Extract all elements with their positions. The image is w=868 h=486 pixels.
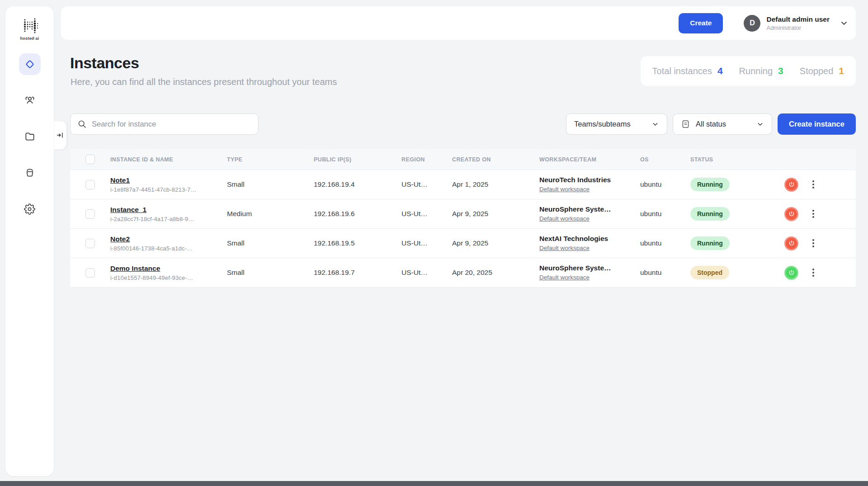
teams-users-icon xyxy=(24,94,36,106)
teams-filter-dropdown[interactable]: Teams/subteams xyxy=(566,113,667,135)
sidebar: hosted·ai xyxy=(5,6,54,476)
select-all-checkbox[interactable] xyxy=(85,155,95,164)
workspace-link[interactable]: Default workspace xyxy=(539,274,590,281)
row-actions-menu-button[interactable] xyxy=(810,207,817,221)
status-filter-label: All status xyxy=(696,120,726,128)
instance-name-link[interactable]: Demo Instance xyxy=(110,264,160,273)
instance-name-link[interactable]: Note2 xyxy=(110,235,130,243)
power-toggle-button[interactable] xyxy=(784,207,798,221)
row-checkbox[interactable] xyxy=(85,209,95,219)
instance-created: Apr 9, 2025 xyxy=(452,210,539,218)
instances-diamond-icon xyxy=(24,58,36,70)
table-row: Demo Instance i-d10e1557-8949-49ef-93ce-… xyxy=(70,258,856,288)
table-row: Instance_1 i-2a28cc7f-18cf-4a17-a8b8-9… … xyxy=(70,199,856,229)
teams-filter-label: Teams/subteams xyxy=(574,120,631,128)
brand-name: hosted·ai xyxy=(20,36,39,41)
stat-running-value: 3 xyxy=(778,66,783,76)
instance-ip: 192.168.19.5 xyxy=(314,239,401,247)
instance-id: i-85f00146-1738-4ca5-a1dc-… xyxy=(110,245,227,252)
row-checkbox[interactable] xyxy=(85,239,95,248)
table-row: Note1 i-1e8f87a7-4451-47cb-8213-7… Small… xyxy=(70,170,856,199)
user-name: Default admin user xyxy=(766,15,830,24)
instance-os: ubuntu xyxy=(640,269,690,277)
instance-region: US-Ut… xyxy=(401,180,452,189)
instance-id: i-2a28cc7f-18cf-4a17-a8b8-9… xyxy=(110,216,227,222)
toolbar-filters: Teams/subteams All status Create instanc… xyxy=(566,113,856,135)
power-icon xyxy=(788,269,795,276)
create-instance-button[interactable]: Create instance xyxy=(778,113,856,135)
instance-region: US-Ut… xyxy=(401,210,452,218)
instances-table: INSTANCE ID & NAME TYPE PUBLIC IP(S) REG… xyxy=(70,149,856,288)
workspace-name: NeuroSphere Syste… xyxy=(539,264,640,272)
chevron-down-icon xyxy=(651,120,659,128)
sidebar-item-resources[interactable] xyxy=(19,162,41,184)
instance-stats-card: Total instances 4 Running 3 Stopped 1 xyxy=(641,56,856,86)
user-role: Administrator xyxy=(766,24,830,31)
row-checkbox[interactable] xyxy=(85,268,95,278)
window-bottom-strip xyxy=(0,481,868,486)
sidebar-item-teams[interactable] xyxy=(19,90,41,111)
workspace-link[interactable]: Default workspace xyxy=(539,186,590,193)
instance-os: ubuntu xyxy=(640,239,690,247)
sidebar-item-projects[interactable] xyxy=(19,126,41,147)
stat-stopped: Stopped 1 xyxy=(800,66,844,76)
stat-running: Running 3 xyxy=(739,66,783,76)
header-created-on: CREATED ON xyxy=(452,156,539,163)
topbar: Create D Default admin user Administrato… xyxy=(61,6,856,40)
instance-ip: 192.168.19.7 xyxy=(314,269,401,277)
workspace-link[interactable]: Default workspace xyxy=(539,245,590,251)
stat-total-value: 4 xyxy=(717,66,723,76)
user-texts: Default admin user Administrator xyxy=(766,15,830,31)
sidebar-collapse-toggle[interactable] xyxy=(54,121,66,149)
power-toggle-button[interactable] xyxy=(784,236,798,250)
instance-id: i-1e8f87a7-4451-47cb-8213-7… xyxy=(110,186,227,193)
header-os: OS xyxy=(640,156,690,163)
page-subtitle: Here, you can find all the instances pre… xyxy=(71,77,337,87)
status-filter-dropdown[interactable]: All status xyxy=(673,113,772,135)
instance-region: US-Ut… xyxy=(401,269,452,277)
page-title: Instances xyxy=(70,54,139,72)
create-button[interactable]: Create xyxy=(679,13,723,33)
power-icon xyxy=(788,181,795,188)
workspace-link[interactable]: Default workspace xyxy=(539,215,590,222)
table-row: Note2 i-85f00146-1738-4ca5-a1dc-… Small … xyxy=(70,229,856,258)
settings-gear-icon xyxy=(24,203,35,215)
row-actions-menu-button[interactable] xyxy=(810,236,817,250)
sidebar-item-instances[interactable] xyxy=(19,53,41,75)
instance-type: Medium xyxy=(227,210,314,218)
hosted-ai-logo: hosted·ai xyxy=(19,18,40,41)
header-type: TYPE xyxy=(227,156,314,163)
hosted-ai-logo-icon xyxy=(19,18,40,34)
instance-created: Apr 20, 2025 xyxy=(452,269,539,277)
instance-os: ubuntu xyxy=(640,210,690,218)
sidebar-item-settings[interactable] xyxy=(19,198,41,220)
status-list-icon xyxy=(681,119,690,129)
status-badge: Running xyxy=(690,207,730,221)
workspace-name: NeuroSphere Syste… xyxy=(539,205,640,213)
row-actions-menu-button[interactable] xyxy=(810,178,817,191)
chevron-down-icon xyxy=(840,19,849,28)
instance-name-link[interactable]: Instance_1 xyxy=(110,206,146,214)
instance-name-link[interactable]: Note1 xyxy=(110,176,130,184)
stat-stopped-value: 1 xyxy=(839,66,844,76)
power-toggle-button[interactable] xyxy=(784,178,798,192)
instance-created: Apr 1, 2025 xyxy=(452,180,539,189)
stat-total: Total instances 4 xyxy=(652,66,723,76)
row-checkbox[interactable] xyxy=(85,180,95,189)
status-badge: Running xyxy=(690,178,730,191)
stat-running-label: Running xyxy=(739,66,773,76)
workspace-name: NextAI Technologies xyxy=(539,235,640,243)
instance-os: ubuntu xyxy=(640,180,690,189)
instance-ip: 192.168.19.4 xyxy=(314,180,401,189)
power-toggle-button[interactable] xyxy=(784,266,798,280)
search-input[interactable] xyxy=(92,120,251,128)
row-actions-menu-button[interactable] xyxy=(810,266,817,279)
search-icon xyxy=(77,119,87,129)
table-header-row: INSTANCE ID & NAME TYPE PUBLIC IP(S) REG… xyxy=(70,149,856,170)
instance-type: Small xyxy=(227,269,314,277)
stat-total-label: Total instances xyxy=(652,66,712,76)
user-menu[interactable]: D Default admin user Administrator xyxy=(744,15,849,32)
toolbar: Teams/subteams All status Create instanc… xyxy=(70,113,856,135)
power-icon xyxy=(788,210,795,217)
avatar: D xyxy=(744,15,760,32)
